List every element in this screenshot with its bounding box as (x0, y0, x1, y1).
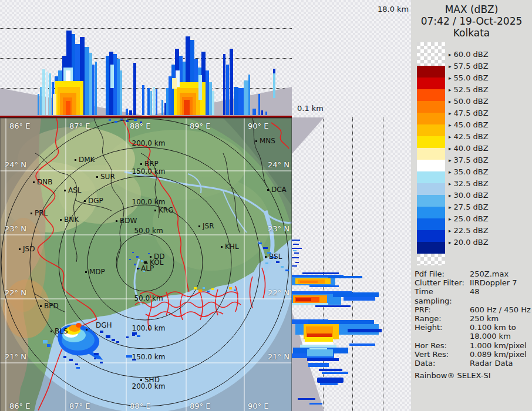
scale-arrow-icon: ▸ (449, 134, 452, 140)
city-label: BRP (144, 160, 159, 168)
dbz-scale-label: ▸40.0 dBZ (449, 144, 489, 153)
range-ring-label: 100.0 km (132, 324, 166, 332)
dbz-scale-label: ▸25.0 dBZ (449, 214, 489, 223)
longitude-label: 86° E (9, 122, 30, 130)
dbz-scale-label: ▸35.0 dBZ (449, 167, 489, 176)
scale-arrow-icon: ▸ (449, 122, 452, 128)
dbz-scale-label: ▸45.0 dBZ (449, 120, 489, 129)
info-value: IIRDoppler 7 (470, 278, 531, 287)
dbz-scale-label: ▸55.0 dBZ (449, 73, 489, 82)
dbz-color-cell (417, 183, 445, 195)
dbz-color-cell (417, 124, 445, 136)
city-label: BPD (44, 302, 59, 310)
dbz-scale-label: ▸22.5 dBZ (449, 226, 489, 235)
dbz-scale-label: ▸20.0 dBZ (449, 238, 489, 247)
city-label: KHL (225, 242, 239, 251)
longitude-label: 90° E (248, 402, 268, 410)
city-marker-dot (137, 268, 139, 269)
scale-arrow-icon: ▸ (449, 240, 452, 245)
latitude-label: 21° N (5, 352, 26, 361)
info-value: 18.000 km (470, 332, 531, 341)
info-label: Pdf File: (415, 269, 470, 278)
info-row: Vert Res:0.089 km/pixel (415, 350, 531, 359)
city-label: SHD (144, 376, 160, 384)
info-row: Pdf File:250Z.max (415, 269, 531, 278)
info-label: Height: (415, 323, 470, 332)
info-row: Height:0.100 km to (415, 323, 531, 332)
range-ring-label: 150.0 km (132, 167, 166, 176)
info-label: Time sampling: (415, 287, 470, 305)
info-row: Clutter Filter:IIRDoppler 7 (415, 278, 531, 287)
info-label: Hor Res: (415, 341, 470, 350)
dbz-scale-label: ▸37.5 dBZ (449, 156, 489, 164)
city-label: BSL (269, 252, 282, 261)
dbz-scale-label: ▸47.5 dBZ (449, 109, 489, 117)
dbz-color-cell (417, 89, 445, 101)
city-label: PRL (35, 209, 48, 217)
dbz-color-cell (417, 195, 445, 207)
dbz-color-cell (417, 242, 445, 254)
min-height-axis-label: 0.1 km (297, 104, 324, 113)
scale-arrow-icon: ▸ (449, 146, 452, 151)
latitude-label: 22° N (268, 288, 289, 297)
city-marker-dot (50, 331, 52, 332)
city-marker-dot (85, 271, 87, 273)
scale-arrow-icon: ▸ (449, 216, 452, 222)
city-label: DCA (271, 186, 287, 194)
info-value: 250Z.max (470, 269, 531, 278)
city-label: SUR (100, 173, 115, 181)
scale-arrow-icon: ▸ (449, 52, 452, 58)
city-marker-dot (75, 159, 76, 161)
legend-title-block: MAX (dBZ) 07:42 / 19-Oct-2025 Kolkata (411, 4, 532, 39)
info-row: Time sampling:48 (415, 287, 531, 305)
city-label: DNB (37, 178, 52, 186)
scale-arrow-icon: ▸ (449, 110, 452, 116)
dbz-scale-label: ▸57.5 dBZ (449, 62, 489, 70)
city-label: DGP (88, 197, 103, 205)
max-height-axis-label: 18.0 km (378, 5, 409, 14)
city-marker-dot (150, 256, 151, 258)
top-panel-graphics (0, 0, 292, 117)
city-marker-dot (255, 140, 257, 142)
info-value: 600 Hz / 450 Hz (470, 305, 531, 314)
city-marker-dot (31, 213, 32, 214)
dbz-scale-label: ▸50.0 dBZ (449, 97, 489, 106)
range-ring-label: 100.0 km (132, 198, 166, 206)
dbz-color-cell (417, 171, 445, 183)
right-panel-graphics (292, 117, 411, 411)
latitude-label: 23° N (5, 224, 26, 233)
info-label (415, 332, 470, 341)
scale-arrow-icon: ▸ (449, 157, 452, 163)
info-row: 18.000 km (415, 332, 531, 341)
longitude-label: 89° E (190, 122, 210, 130)
longitude-label: 90° E (248, 122, 268, 130)
vertical-projection-right-panel (292, 117, 411, 411)
city-marker-dot (267, 189, 269, 191)
legend-panel: MAX (dBZ) 07:42 / 19-Oct-2025 Kolkata ▸6… (411, 0, 532, 411)
dbz-color-cell (417, 101, 445, 113)
info-label: PRF: (415, 305, 470, 314)
radar-map-panel: 86° E86° E87° E87° E88° E88° E89° E89° E… (0, 117, 292, 411)
dbz-color-cell (417, 160, 445, 171)
dbz-color-cell (417, 113, 445, 124)
product-info-block: Pdf File:250Z.maxClutter Filter:IIRDoppl… (415, 269, 531, 380)
info-label: Range: (415, 314, 470, 323)
longitude-label: 87° E (69, 402, 90, 410)
info-row: Data:Radar Data (415, 359, 531, 368)
scale-arrow-icon: ▸ (449, 228, 452, 234)
dbz-color-cell (417, 78, 445, 89)
longitude-label: 88° E (130, 122, 150, 130)
city-label: MDP (89, 268, 105, 276)
scale-arrow-icon: ▸ (449, 169, 452, 175)
info-label: Vert Res: (415, 350, 470, 359)
dbz-color-cell (417, 254, 445, 265)
city-label: ASL (68, 186, 82, 194)
dbz-scale-label: ▸27.5 dBZ (449, 203, 489, 211)
city-marker-dot (221, 246, 223, 248)
city-marker-dot (64, 190, 66, 191)
latitude-label: 24° N (5, 160, 26, 169)
range-ring-label: 150.0 km (132, 353, 166, 361)
city-marker-dot (84, 200, 86, 202)
city-label: JSD (23, 245, 35, 253)
info-value: 250 km (470, 314, 531, 323)
